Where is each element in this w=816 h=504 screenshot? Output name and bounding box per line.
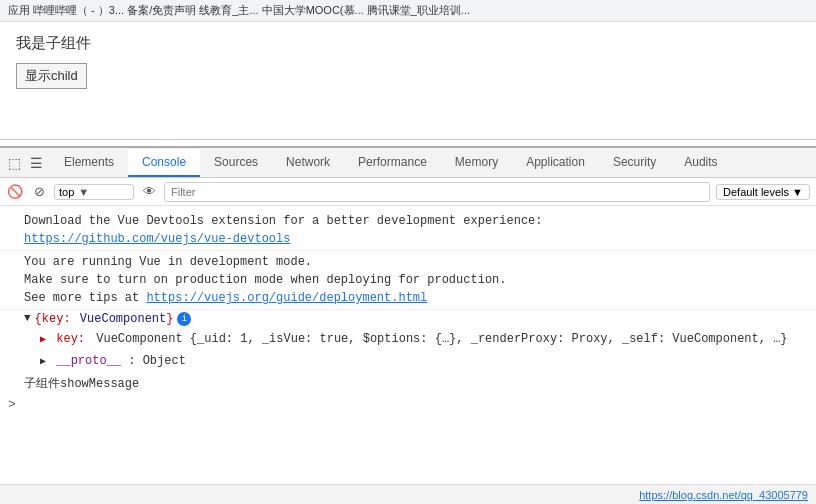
obj-space [73, 312, 80, 326]
obj-line: ▼ { key: VueComponent } i [0, 310, 816, 328]
prop1-arrow[interactable]: ▶ [40, 334, 46, 345]
console-toolbar: 🚫 ⊘ top ▼ 👁 Default levels ▼ [0, 178, 816, 206]
obj-vue-component: VueComponent [80, 312, 166, 326]
bookmarks-text: 应用 哔哩哔哩（ - ）3... 备案/免责声明 线教育_主... 中国大学MO… [8, 3, 470, 18]
show-child-button[interactable]: 显示child [16, 63, 87, 89]
prop2-colon: : Object [128, 354, 186, 368]
child-message: 子组件showMessage [0, 372, 816, 395]
obj-key-label: key: [42, 312, 71, 326]
prompt-arrow: > [8, 397, 16, 412]
context-select[interactable]: top ▼ [54, 184, 134, 200]
console-prompt[interactable]: > [0, 395, 816, 414]
tab-elements[interactable]: Elements [50, 149, 128, 177]
obj-close: } [166, 312, 173, 326]
csdn-url: https://blog.csdn.net/qq_43005779 [639, 489, 808, 501]
inspect-icon[interactable]: ⬚ [4, 153, 24, 173]
page-content: 我是子组件 显示child [0, 22, 816, 140]
clear-console-icon[interactable]: 🚫 [6, 183, 24, 201]
tab-memory[interactable]: Memory [441, 149, 512, 177]
prop2-key: __proto__ [56, 354, 121, 368]
tab-application[interactable]: Application [512, 149, 599, 177]
tab-console[interactable]: Console [128, 149, 200, 177]
browser-bar: 应用 哔哩哔哩（ - ）3... 备案/免责声明 线教育_主... 中国大学MO… [0, 0, 816, 22]
tab-sources[interactable]: Sources [200, 149, 272, 177]
tab-security[interactable]: Security [599, 149, 670, 177]
console-message-devtools: Download the Vue Devtools extension for … [0, 210, 816, 251]
obj-info-icon[interactable]: i [177, 312, 191, 326]
deployment-link[interactable]: https://vuejs.org/guide/deployment.html [146, 291, 427, 305]
levels-select[interactable]: Default levels ▼ [716, 184, 810, 200]
status-bar: https://blog.csdn.net/qq_43005779 [0, 484, 816, 504]
eye-icon[interactable]: 👁 [140, 183, 158, 201]
device-icon[interactable]: ☰ [26, 153, 46, 173]
page-title: 我是子组件 [16, 34, 800, 53]
expand-triangle[interactable]: ▼ [24, 312, 31, 324]
prop2-arrow[interactable]: ▶ [40, 356, 46, 367]
prop-proto-line: ▶ __proto__ : Object [0, 350, 816, 372]
csdn-link[interactable]: https://blog.csdn.net/qq_43005779 [639, 489, 808, 501]
devtools-link[interactable]: https://github.com/vuejs/vue-devtools [24, 232, 290, 246]
obj-open-brace: { [35, 312, 42, 326]
filter-input[interactable] [164, 182, 710, 202]
levels-label: Default levels ▼ [723, 186, 803, 198]
devtools-icon-bar: ⬚ ☰ Elements Console Sources Network Per… [0, 148, 816, 178]
tab-performance[interactable]: Performance [344, 149, 441, 177]
prop-key-line: ▶ key: VueComponent {_uid: 1, _isVue: tr… [0, 328, 816, 350]
tab-audits[interactable]: Audits [670, 149, 731, 177]
prop1-key: key: [56, 332, 85, 346]
preserve-log-icon[interactable]: ⊘ [30, 183, 48, 201]
devtools-tabs: Elements Console Sources Network Perform… [50, 148, 812, 177]
context-value: top [59, 186, 74, 198]
tab-network[interactable]: Network [272, 149, 344, 177]
devtools-panel: ⬚ ☰ Elements Console Sources Network Per… [0, 146, 816, 504]
prop1-value: VueComponent {_uid: 1, _isVue: true, $op… [96, 332, 787, 346]
console-message-devmode: You are running Vue in development mode.… [0, 251, 816, 310]
console-output[interactable]: Download the Vue Devtools extension for … [0, 206, 816, 484]
